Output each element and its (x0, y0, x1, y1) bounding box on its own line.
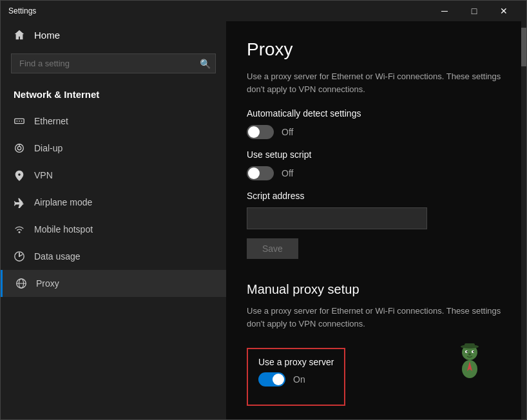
use-proxy-toggle[interactable] (258, 372, 285, 387)
setup-script-row: Off (247, 166, 506, 180)
use-proxy-state: On (293, 374, 305, 385)
dialup-label: Dial-up (34, 143, 62, 153)
home-icon (14, 29, 25, 41)
script-address-input[interactable] (247, 207, 427, 229)
manual-section-title: Manual proxy setup (247, 282, 506, 297)
proxy-label: Proxy (36, 278, 59, 289)
minimize-button[interactable]: ─ (430, 1, 459, 21)
main-content: Proxy Use a proxy server for Ethernet or… (226, 21, 526, 419)
setup-script-label: Use setup script (247, 149, 506, 160)
vpn-label: VPN (34, 170, 53, 180)
datausage-label: Data usage (34, 251, 81, 262)
search-input[interactable] (11, 53, 216, 73)
save-button[interactable]: Save (247, 238, 298, 259)
hotspot-label: Mobile hotspot (34, 224, 93, 234)
setup-script-state: Off (282, 168, 293, 178)
svg-point-17 (473, 351, 474, 352)
sidebar-item-hotspot[interactable]: Mobile hotspot (1, 216, 226, 243)
ethernet-icon (14, 115, 25, 127)
proxy-icon (15, 278, 27, 289)
use-proxy-label: Use a proxy server (258, 357, 334, 367)
hotspot-icon (14, 224, 25, 235)
search-box: 🔍 (11, 53, 216, 73)
use-proxy-row: On (258, 372, 334, 387)
sidebar-item-airplane[interactable]: Airplane mode (1, 189, 226, 216)
sidebar-item-datausage[interactable]: Data usage (1, 243, 226, 270)
auto-description: Use a proxy server for Ethernet or Wi-Fi… (247, 70, 506, 95)
page-title: Proxy (247, 39, 506, 60)
svg-point-16 (466, 351, 468, 352)
datausage-icon (14, 251, 25, 262)
sidebar: Home 🔍 Network & Internet Ethernet (1, 21, 226, 419)
scrollbar-thumb[interactable] (521, 28, 526, 66)
content-area: Home 🔍 Network & Internet Ethernet (1, 21, 526, 419)
svg-rect-13 (465, 343, 475, 348)
sidebar-item-proxy[interactable]: Proxy (1, 270, 226, 297)
setup-script-knob (248, 167, 260, 179)
mascot-svg (452, 342, 488, 381)
settings-window: Settings ─ □ ✕ Home 🔍 Network & Internet (0, 0, 527, 420)
auto-detect-label: Automatically detect settings (247, 108, 506, 119)
window-title: Settings (8, 6, 430, 15)
nav-category: Network & Internet (1, 84, 226, 108)
sidebar-item-vpn[interactable]: VPN (1, 162, 226, 189)
search-button[interactable]: 🔍 (200, 59, 211, 69)
ethernet-label: Ethernet (34, 116, 68, 126)
sidebar-item-ethernet[interactable]: Ethernet (1, 108, 226, 135)
close-button[interactable]: ✕ (489, 1, 519, 21)
auto-detect-row: Off (247, 125, 506, 139)
svg-point-18 (468, 354, 471, 356)
svg-point-5 (17, 146, 21, 149)
sidebar-item-dialup[interactable]: Dial-up (1, 135, 226, 162)
title-bar: Settings ─ □ ✕ (1, 1, 526, 21)
sidebar-home[interactable]: Home (1, 21, 226, 48)
auto-detect-state: Off (282, 127, 293, 137)
home-label: Home (34, 30, 60, 41)
manual-description: Use a proxy server for Ethernet or Wi-Fi… (247, 305, 506, 330)
window-controls: ─ □ ✕ (430, 1, 519, 21)
script-address-label: Script address (247, 191, 506, 201)
maximize-button[interactable]: □ (459, 1, 489, 21)
dialup-icon (14, 142, 25, 154)
vpn-icon (14, 169, 25, 181)
airplane-icon (14, 196, 25, 208)
use-proxy-knob (273, 374, 284, 385)
airplane-label: Airplane mode (34, 197, 92, 207)
setup-script-toggle[interactable] (247, 166, 274, 180)
auto-detect-knob (248, 126, 260, 138)
mascot-image (452, 342, 488, 381)
scrollbar-track[interactable] (521, 21, 526, 419)
auto-detect-toggle[interactable] (247, 125, 274, 139)
proxy-server-box: Use a proxy server On (247, 348, 345, 406)
